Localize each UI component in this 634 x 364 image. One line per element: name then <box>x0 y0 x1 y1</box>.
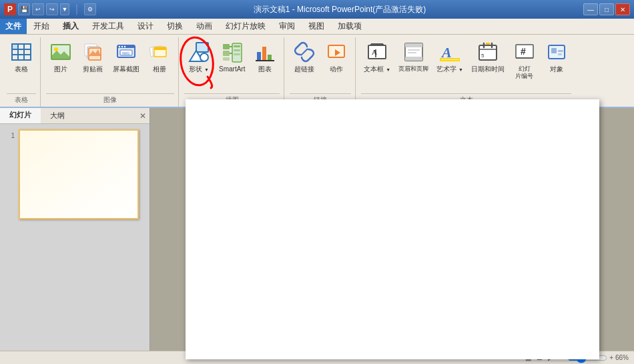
action-button[interactable]: 动作 <box>322 39 351 75</box>
menu-animation[interactable]: 动画 <box>190 19 219 34</box>
image-group-label: 图像 <box>46 93 174 107</box>
clipart-icon <box>81 40 105 64</box>
hyperlink-icon <box>292 40 316 64</box>
slidenum-button[interactable]: # 幻灯片编号 <box>510 39 539 81</box>
slides-tabs: 幻灯片 大纲 ✕ <box>0 108 149 124</box>
slide-canvas[interactable] <box>186 99 599 359</box>
ribbon-group-table: 表格 表格 <box>3 37 41 107</box>
album-button[interactable]: 相册 <box>145 39 174 75</box>
svg-rect-69 <box>558 53 562 55</box>
text-group-items: A 文本框 ▼ <box>361 39 571 92</box>
hyperlink-button[interactable]: 超链接 <box>290 39 319 75</box>
screenshot-icon: IMG <box>114 40 138 64</box>
album-label: 相册 <box>153 65 166 73</box>
ribbon-group-text: A 文本框 ▼ <box>357 37 575 107</box>
panel-close-button[interactable]: ✕ <box>136 108 149 123</box>
clipart-button[interactable]: 剪贴画 <box>78 39 107 75</box>
svg-rect-68 <box>558 50 563 52</box>
menu-slideshow[interactable]: 幻灯片放映 <box>219 19 272 34</box>
chart-icon <box>253 40 277 64</box>
textbox-label: 文本框 ▼ <box>364 65 390 73</box>
svg-rect-25 <box>196 43 208 52</box>
svg-rect-52 <box>405 57 422 61</box>
customize-icon[interactable]: ⚙ <box>84 3 96 15</box>
menu-insert[interactable]: 插入 <box>56 19 85 34</box>
header-footer-icon <box>402 40 426 64</box>
more-icon[interactable]: ▼ <box>60 3 69 15</box>
redo-icon[interactable]: ↪ <box>46 3 58 15</box>
shapes-button[interactable]: 形状 ▼ <box>184 39 214 75</box>
svg-point-16 <box>121 46 123 47</box>
image-group-items: 图片 剪贴画 <box>46 39 174 92</box>
main-panel: 幻灯片 大纲 ✕ 1 <box>0 108 634 351</box>
menu-view[interactable]: 视图 <box>302 19 331 34</box>
picture-button[interactable]: 图片 <box>46 39 75 75</box>
datetime-label: 日期和时间 <box>471 65 505 73</box>
table-group-items: 表格 <box>7 39 36 92</box>
header-footer-label: 页眉和页脚 <box>398 65 428 73</box>
svg-text:5: 5 <box>481 53 485 59</box>
table-icon <box>9 40 33 64</box>
header-footer-button[interactable]: 页眉和页脚 <box>396 39 431 74</box>
svg-rect-36 <box>234 53 240 55</box>
tab-outline[interactable]: 大纲 <box>41 108 74 123</box>
menu-transition[interactable]: 切换 <box>160 19 190 34</box>
menu-file[interactable]: 文件 <box>0 19 27 34</box>
textbox-icon: A <box>365 40 389 64</box>
window-controls: — □ ✕ <box>583 3 630 15</box>
wordart-button[interactable]: A 艺术字 ▼ <box>434 39 466 75</box>
svg-rect-67 <box>551 48 557 53</box>
textbox-button[interactable]: A 文本框 ▼ <box>361 39 393 75</box>
chart-button[interactable]: 图表 <box>250 39 280 75</box>
svg-rect-35 <box>234 49 240 51</box>
wordart-label: 艺术字 ▼ <box>436 65 463 73</box>
smartart-button[interactable]: SmartArt <box>216 39 248 75</box>
table-group-label: 表格 <box>7 93 36 107</box>
menu-addins[interactable]: 加载项 <box>331 19 368 34</box>
svg-point-27 <box>200 53 208 61</box>
svg-rect-62 <box>486 43 490 45</box>
quick-access-toolbar: P 💾 ↩ ↪ ▼ ⚙ <box>4 3 96 15</box>
smartart-label: SmartArt <box>219 65 245 73</box>
slide-preview <box>19 129 139 219</box>
wordart-icon: A <box>438 40 462 64</box>
minimize-button[interactable]: — <box>583 3 598 15</box>
slide-thumbnail[interactable]: 1 <box>5 129 144 219</box>
object-icon <box>545 40 569 64</box>
svg-point-15 <box>119 46 120 47</box>
smartart-icon <box>220 40 244 64</box>
svg-rect-29 <box>223 51 230 56</box>
svg-point-7 <box>54 47 58 51</box>
ribbon-group-link: 超链接 动作 链接 <box>286 37 356 107</box>
slides-panel: 幻灯片 大纲 ✕ 1 <box>0 108 150 351</box>
slidenum-icon: # <box>513 40 537 64</box>
table-button[interactable]: 表格 <box>7 39 36 75</box>
svg-point-17 <box>124 46 125 47</box>
save-icon[interactable]: 💾 <box>18 3 30 15</box>
menu-review[interactable]: 审阅 <box>272 19 302 34</box>
menu-design[interactable]: 设计 <box>131 19 160 34</box>
ribbon-group-illustration: 形状 ▼ <box>180 37 284 107</box>
svg-rect-37 <box>256 60 274 61</box>
link-group-items: 超链接 动作 <box>290 39 351 92</box>
window-title: 演示文稿1 - Microsoft PowerPoint(产品激活失败) <box>96 4 583 15</box>
maximize-button[interactable]: □ <box>599 3 614 15</box>
svg-rect-34 <box>234 45 240 47</box>
shapes-label: 形状 ▼ <box>189 65 209 73</box>
svg-rect-30 <box>223 57 230 61</box>
status-text <box>5 354 7 361</box>
svg-rect-38 <box>257 52 261 60</box>
object-label: 对象 <box>550 65 563 73</box>
screenshot-button[interactable]: IMG 屏幕截图 <box>110 39 142 75</box>
menu-start[interactable]: 开始 <box>27 19 56 34</box>
close-button[interactable]: ✕ <box>615 3 630 15</box>
object-button[interactable]: 对象 <box>542 39 571 75</box>
svg-rect-28 <box>223 44 230 49</box>
datetime-button[interactable]: 5 日期和时间 <box>468 39 507 75</box>
slides-list: 1 <box>0 124 149 351</box>
tab-slides[interactable]: 幻灯片 <box>0 108 41 123</box>
svg-rect-44 <box>368 45 386 59</box>
canvas-area <box>150 108 634 351</box>
undo-icon[interactable]: ↩ <box>32 3 44 15</box>
menu-devtools[interactable]: 开发工具 <box>85 19 131 34</box>
